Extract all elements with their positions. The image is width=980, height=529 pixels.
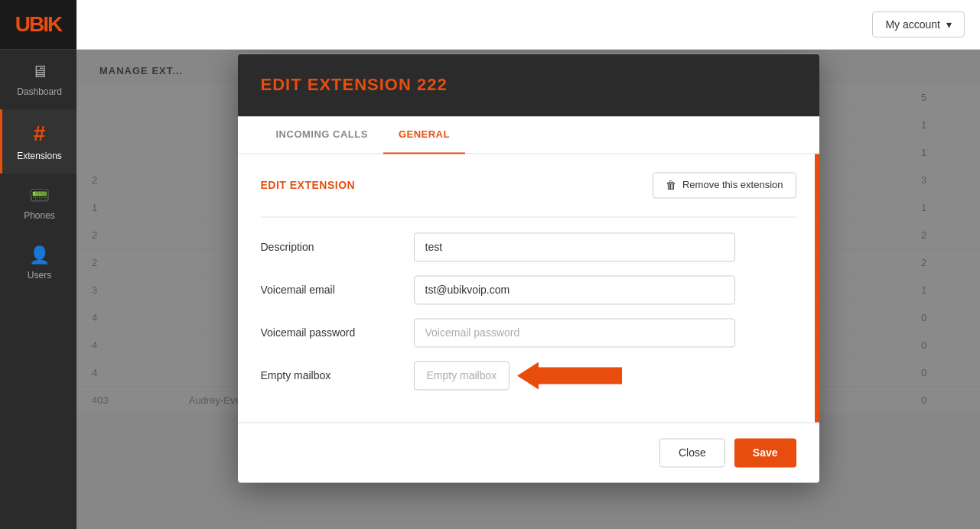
sidebar-item-dashboard[interactable]: Dashboard <box>0 50 77 109</box>
voicemail-password-label: Voicemail password <box>261 326 414 339</box>
sidebar-item-users[interactable]: Users <box>0 233 77 293</box>
empty-mailbox-btn-label: Empty mailbox <box>427 369 497 381</box>
trash-icon: 🗑 <box>666 179 676 191</box>
sidebar-item-label: Extensions <box>17 151 62 161</box>
edit-extension-label: EDIT EXTENSION <box>261 179 356 191</box>
remove-btn-label: Remove this extension <box>682 179 783 190</box>
edit-extension-row: EDIT EXTENSION 🗑 Remove this extension <box>261 172 796 198</box>
modal-header: EDIT EXTENSION 222 <box>238 54 819 116</box>
my-account-label: My account <box>885 18 940 31</box>
modal-form: EDIT EXTENSION 🗑 Remove this extension D… <box>238 154 819 422</box>
phone-icon <box>29 186 50 206</box>
voicemail-email-row: Voicemail email <box>261 275 796 304</box>
sidebar-item-label: Users <box>28 270 51 281</box>
close-button[interactable]: Close <box>659 438 725 467</box>
arrow-body <box>538 367 622 384</box>
modal-tabs: INCOMING CALLS GENERAL <box>238 116 819 154</box>
arrow-head <box>517 362 539 389</box>
modal-footer: Close Save <box>238 422 819 482</box>
voicemail-email-label: Voicemail email <box>261 284 414 296</box>
app-logo: UBIK <box>0 0 77 50</box>
tab-incoming-calls[interactable]: INCOMING CALLS <box>261 116 383 154</box>
modal-title: EDIT EXTENSION 222 <box>261 75 796 95</box>
my-account-button[interactable]: My account <box>872 11 965 37</box>
arrow-annotation <box>517 362 622 389</box>
monitor-icon <box>31 62 48 82</box>
topbar: My account <box>77 0 980 50</box>
form-divider <box>261 216 796 217</box>
description-label: Description <box>261 241 414 253</box>
save-button[interactable]: Save <box>734 438 796 467</box>
voicemail-password-input[interactable] <box>414 318 735 347</box>
sidebar-item-label: Phones <box>24 210 55 221</box>
user-icon <box>29 245 50 265</box>
empty-mailbox-button[interactable]: Empty mailbox <box>414 361 510 390</box>
tab-general[interactable]: GENERAL <box>383 116 465 154</box>
red-side-bar <box>815 154 819 422</box>
empty-mailbox-label: Empty mailbox <box>261 369 414 381</box>
modal-body: INCOMING CALLS GENERAL EDIT EXTENSION 🗑 … <box>238 116 819 482</box>
modal-content-area: EDIT EXTENSION 🗑 Remove this extension D… <box>238 154 819 422</box>
sidebar-item-phones[interactable]: Phones <box>0 174 77 233</box>
arrow-shape <box>517 362 622 389</box>
description-input[interactable] <box>414 232 735 261</box>
main-content: MANAGE EXT... 5112311222231404040403Audr… <box>77 50 980 529</box>
edit-extension-modal: EDIT EXTENSION 222 INCOMING CALLS GENERA… <box>238 54 819 482</box>
sidebar-item-extensions[interactable]: Extensions <box>0 109 77 174</box>
voicemail-email-input[interactable] <box>414 275 735 304</box>
remove-extension-button[interactable]: 🗑 Remove this extension <box>653 172 796 198</box>
sidebar-item-label: Dashboard <box>17 86 62 97</box>
voicemail-password-row: Voicemail password <box>261 318 796 347</box>
description-row: Description <box>261 232 796 261</box>
empty-mailbox-row: Empty mailbox Empty mailbox <box>261 361 796 390</box>
hash-icon <box>34 122 46 146</box>
sidebar: UBIK Dashboard Extensions Phones Users <box>0 0 77 529</box>
